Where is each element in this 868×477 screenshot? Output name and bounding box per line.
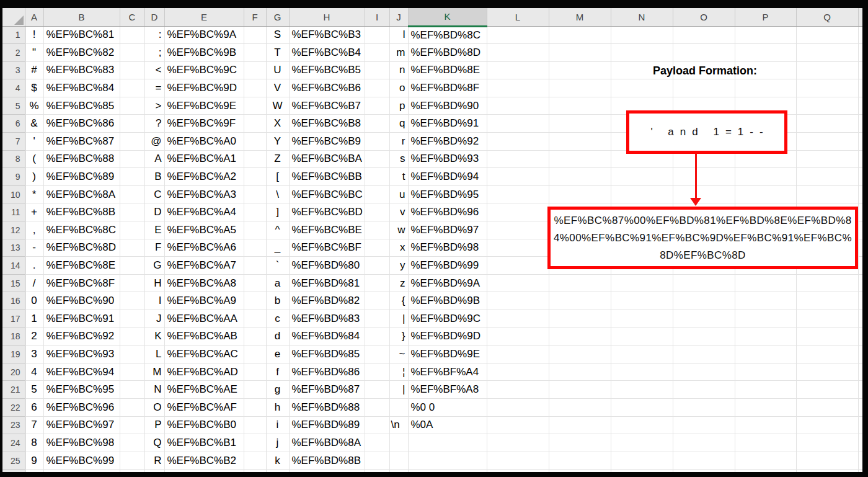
cell-O24[interactable] — [673, 434, 735, 452]
cell-A4[interactable]: $ — [25, 79, 43, 97]
cell-J26[interactable] — [389, 470, 408, 472]
select-all-corner[interactable] — [2, 8, 25, 26]
cell-E19[interactable]: %EF%BC%AC — [164, 345, 244, 363]
cell-K14[interactable]: %EF%BD%99 — [408, 257, 487, 275]
cell-Q2[interactable] — [796, 44, 858, 62]
column-header-N[interactable]: N — [611, 8, 673, 26]
cell-B17[interactable]: %EF%BC%91 — [43, 310, 120, 328]
cell-J17[interactable]: | — [389, 310, 408, 328]
cell-I11[interactable] — [365, 203, 389, 221]
cell-F12[interactable] — [244, 221, 266, 239]
cell-G12[interactable]: ^ — [266, 221, 289, 239]
cell-K17[interactable]: %EF%BD%9C — [408, 310, 487, 328]
cell-Q21[interactable] — [796, 381, 858, 399]
cell-H22[interactable]: %EF%BD%88 — [289, 398, 365, 416]
cell-N16[interactable] — [611, 292, 673, 310]
cell-K19[interactable]: %EF%BD%9E — [408, 345, 487, 363]
cell-D17[interactable]: J — [144, 310, 164, 328]
cell-I15[interactable] — [365, 274, 389, 292]
cell-A2[interactable]: " — [25, 44, 43, 62]
cell-E2[interactable]: %EF%BC%9B — [164, 44, 244, 62]
cell-D15[interactable]: H — [144, 274, 164, 292]
column-header-L[interactable]: L — [487, 8, 549, 26]
cell-A12[interactable]: , — [25, 221, 43, 239]
cell-M6[interactable] — [549, 115, 611, 133]
cell-L3[interactable] — [487, 61, 549, 79]
cell-O22[interactable] — [673, 398, 735, 416]
cell-A7[interactable]: ' — [25, 133, 43, 151]
cell-H26[interactable] — [289, 470, 365, 472]
row-header-11[interactable]: 11 — [2, 203, 25, 221]
cell-K11[interactable]: %EF%BD%96 — [408, 203, 487, 221]
cell-L6[interactable] — [487, 115, 549, 133]
cell-H6[interactable]: %EF%BC%B8 — [289, 115, 365, 133]
column-header-J[interactable]: J — [389, 8, 408, 26]
cell-Q5[interactable] — [796, 97, 858, 115]
cell-J12[interactable]: w — [389, 221, 408, 239]
cell-N19[interactable] — [611, 345, 673, 363]
cell-M7[interactable] — [549, 133, 611, 151]
cell-I4[interactable] — [365, 79, 389, 97]
cell-H17[interactable]: %EF%BD%83 — [289, 310, 365, 328]
cell-N20[interactable] — [611, 363, 673, 381]
cell-O21[interactable] — [673, 381, 735, 399]
cell-L2[interactable] — [487, 44, 549, 62]
row-header-18[interactable]: 18 — [2, 328, 25, 345]
cell-F15[interactable] — [244, 274, 266, 292]
cell-G1[interactable]: S — [266, 26, 289, 44]
cell-D26[interactable] — [144, 470, 164, 472]
cell-F23[interactable] — [244, 416, 266, 434]
cell-L1[interactable] — [487, 26, 549, 44]
row-header-24[interactable]: 24 — [2, 434, 25, 452]
row-header-1[interactable]: 1 — [2, 26, 25, 44]
cell-K23[interactable]: %0A — [408, 416, 487, 434]
cell-F20[interactable] — [244, 363, 266, 381]
cell-H14[interactable]: %EF%BD%80 — [289, 257, 365, 275]
cell-C26[interactable] — [120, 470, 144, 472]
cell-N1[interactable] — [611, 26, 673, 44]
cell-E16[interactable]: %EF%BC%A9 — [164, 292, 244, 310]
row-header-10[interactable]: 10 — [2, 185, 25, 203]
column-header-C[interactable]: C — [120, 8, 144, 26]
column-header-F[interactable]: F — [244, 8, 266, 26]
cell-E22[interactable]: %EF%BC%AF — [164, 398, 244, 416]
cell-G2[interactable]: T — [266, 44, 289, 62]
cell-G19[interactable]: e — [266, 345, 289, 363]
cell-I26[interactable] — [365, 470, 389, 472]
cell-G23[interactable]: i — [266, 416, 289, 434]
cell-C8[interactable] — [120, 150, 144, 168]
cell-D24[interactable]: Q — [144, 434, 164, 452]
cell-P4[interactable] — [735, 79, 796, 97]
cell-C21[interactable] — [120, 381, 144, 399]
cell-C23[interactable] — [120, 416, 144, 434]
cell-A1[interactable]: ! — [25, 26, 43, 44]
cell-N26[interactable] — [611, 470, 673, 472]
row-header-20[interactable]: 20 — [2, 363, 25, 381]
cell-K1[interactable]: %EF%BD%8C — [408, 26, 487, 44]
cell-C25[interactable] — [120, 452, 144, 470]
cell-P23[interactable] — [735, 416, 796, 434]
column-header-B[interactable]: B — [43, 8, 120, 26]
cell-C2[interactable] — [120, 44, 144, 62]
cell-M3[interactable] — [549, 61, 611, 79]
cell-I3[interactable] — [365, 61, 389, 79]
cell-H24[interactable]: %EF%BD%8A — [289, 434, 365, 452]
cell-P26[interactable] — [735, 470, 796, 472]
cell-J15[interactable]: z — [389, 274, 408, 292]
cell-B25[interactable]: %EF%BC%99 — [43, 452, 120, 470]
cell-A8[interactable]: ( — [25, 150, 43, 168]
cell-M1[interactable] — [549, 26, 611, 44]
cell-K3[interactable]: %EF%BD%8E — [408, 61, 487, 79]
cell-E7[interactable]: %EF%BC%A0 — [164, 133, 244, 151]
cell-L18[interactable] — [487, 328, 549, 345]
cell-P9[interactable] — [735, 168, 796, 186]
cell-F18[interactable] — [244, 328, 266, 345]
cell-G13[interactable]: _ — [266, 239, 289, 257]
cell-H9[interactable]: %EF%BC%BB — [289, 168, 365, 186]
cell-O2[interactable] — [673, 44, 735, 62]
cell-F6[interactable] — [244, 115, 266, 133]
cell-E10[interactable]: %EF%BC%A3 — [164, 185, 244, 203]
cell-C17[interactable] — [120, 310, 144, 328]
cell-L20[interactable] — [487, 363, 549, 381]
row-header-6[interactable]: 6 — [2, 115, 25, 133]
